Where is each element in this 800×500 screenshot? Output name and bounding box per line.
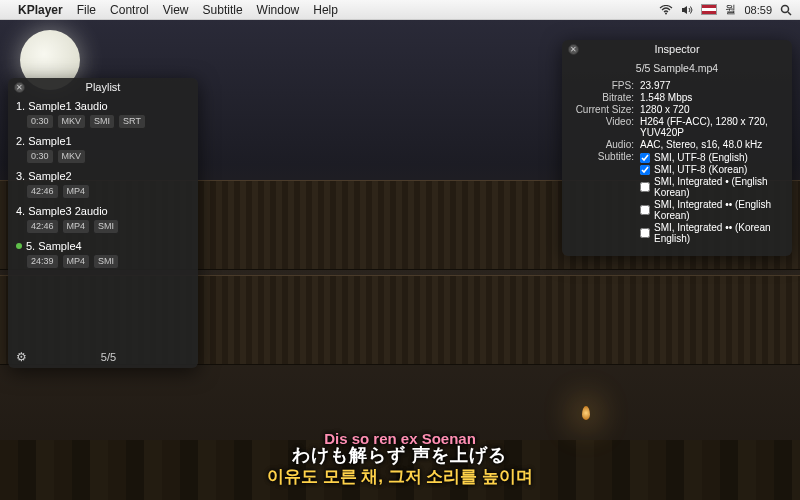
inspector-header[interactable]: ✕ Inspector: [562, 40, 792, 58]
menu-help[interactable]: Help: [313, 3, 338, 17]
playlist-item-label: 5. Sample4: [26, 240, 82, 252]
spotlight-icon[interactable]: [780, 4, 792, 16]
fps-label: FPS:: [572, 80, 640, 91]
inspector-panel: ✕ Inspector 5/5 Sample4.mp4 FPS:23.977 B…: [562, 40, 792, 256]
subtitle-option[interactable]: SMI, Integrated •• (English Korean): [640, 199, 782, 221]
playlist-item[interactable]: 4. Sample3 2audio42:46MP4SMI: [16, 203, 190, 238]
playlist-tag: SMI: [93, 254, 119, 269]
subtitle-option[interactable]: SMI, UTF-8 (Korean): [640, 164, 782, 175]
svg-point-1: [782, 5, 789, 12]
size-label: Current Size:: [572, 104, 640, 115]
subtitle-option[interactable]: SMI, UTF-8 (English): [640, 152, 782, 163]
subtitle-label: Subtitle:: [572, 151, 640, 245]
subtitle-checkbox[interactable]: [640, 182, 650, 192]
subtitle-option-label: SMI, UTF-8 (Korean): [654, 164, 747, 175]
gear-icon[interactable]: ⚙: [16, 350, 27, 364]
clock-time: 08:59: [744, 4, 772, 16]
video-value: H264 (FF-ACC), 1280 x 720, YUV420P: [640, 116, 782, 138]
subtitle-option[interactable]: SMI, Integrated • (English Korean): [640, 176, 782, 198]
audio-value: AAC, Stereo, s16, 48.0 kHz: [640, 139, 782, 150]
playlist-tag: MKV: [57, 114, 87, 129]
fps-value: 23.977: [640, 80, 782, 91]
close-icon[interactable]: ✕: [14, 82, 25, 93]
playlist-tag: 24:39: [26, 254, 59, 269]
wifi-icon[interactable]: [659, 5, 673, 15]
inspector-title: Inspector: [654, 43, 699, 55]
playlist-tag: MP4: [62, 219, 91, 234]
playlist-tag: 42:46: [26, 184, 59, 199]
audio-label: Audio:: [572, 139, 640, 150]
menu-window[interactable]: Window: [257, 3, 300, 17]
menu-control[interactable]: Control: [110, 3, 149, 17]
playlist-item[interactable]: 3. Sample242:46MP4: [16, 168, 190, 203]
playlist-tag: SMI: [89, 114, 115, 129]
subtitle-checkbox[interactable]: [640, 228, 650, 238]
flag-icon[interactable]: [701, 4, 717, 15]
playlist-title: Playlist: [86, 81, 121, 93]
playlist-item-label: 4. Sample3 2audio: [16, 205, 108, 217]
size-value: 1280 x 720: [640, 104, 782, 115]
playlist-tag: 42:46: [26, 219, 59, 234]
bitrate-value: 1.548 Mbps: [640, 92, 782, 103]
playlist-tag: MP4: [62, 254, 91, 269]
svg-line-2: [788, 12, 791, 15]
subtitle-option-label: SMI, Integrated •• (English Korean): [654, 199, 782, 221]
close-icon[interactable]: ✕: [568, 44, 579, 55]
playlist-tag: SMI: [93, 219, 119, 234]
subtitle-checkbox[interactable]: [640, 165, 650, 175]
subtitle-option[interactable]: SMI, Integrated •• (Korean English): [640, 222, 782, 244]
playlist-item-label: 3. Sample2: [16, 170, 72, 182]
playlist-tag: MP4: [62, 184, 91, 199]
playlist-header[interactable]: ✕ Playlist: [8, 78, 198, 96]
clock-day: 월: [725, 2, 736, 17]
bitrate-label: Bitrate:: [572, 92, 640, 103]
subtitle-overlay: Dis so ren ex Soenan わけも解らず 声を上げる 이유도 모른…: [0, 430, 800, 488]
subtitle-option-label: SMI, Integrated •• (Korean English): [654, 222, 782, 244]
candle-graphic: [582, 406, 590, 420]
video-label: Video:: [572, 116, 640, 138]
playlist-item[interactable]: 5. Sample424:39MP4SMI: [16, 238, 190, 273]
playlist-tag: MKV: [57, 149, 87, 164]
menu-subtitle[interactable]: Subtitle: [203, 3, 243, 17]
menu-view[interactable]: View: [163, 3, 189, 17]
subtitle-checkbox[interactable]: [640, 153, 650, 163]
now-playing-dot-icon: [16, 243, 22, 249]
subtitle-option-label: SMI, UTF-8 (English): [654, 152, 748, 163]
playlist-item[interactable]: 2. Sample10:30MKV: [16, 133, 190, 168]
playlist-item[interactable]: 1. Sample1 3audio0:30MKVSMISRT: [16, 98, 190, 133]
playlist-counter: 5/5: [27, 351, 190, 363]
svg-point-0: [665, 12, 667, 14]
subtitle-option-label: SMI, Integrated • (English Korean): [654, 176, 782, 198]
volume-icon[interactable]: [681, 5, 693, 15]
subtitle-line-3: 이유도 모른 채, 그저 소리를 높이며: [0, 465, 800, 488]
inspector-subtitle: 5/5 Sample4.mp4: [572, 62, 782, 74]
playlist-item-label: 2. Sample1: [16, 135, 72, 147]
playlist-tag: SRT: [118, 114, 146, 129]
app-name[interactable]: KPlayer: [18, 3, 63, 17]
subtitle-line-2: わけも解らず 声を上げる: [0, 443, 800, 467]
menu-file[interactable]: File: [77, 3, 96, 17]
menubar: KPlayer FileControlViewSubtitleWindowHel…: [0, 0, 800, 20]
playlist-item-label: 1. Sample1 3audio: [16, 100, 108, 112]
playlist-panel: ✕ Playlist 1. Sample1 3audio0:30MKVSMISR…: [8, 78, 198, 368]
playlist-tag: 0:30: [26, 149, 54, 164]
subtitle-checkbox[interactable]: [640, 205, 650, 215]
playlist-tag: 0:30: [26, 114, 54, 129]
